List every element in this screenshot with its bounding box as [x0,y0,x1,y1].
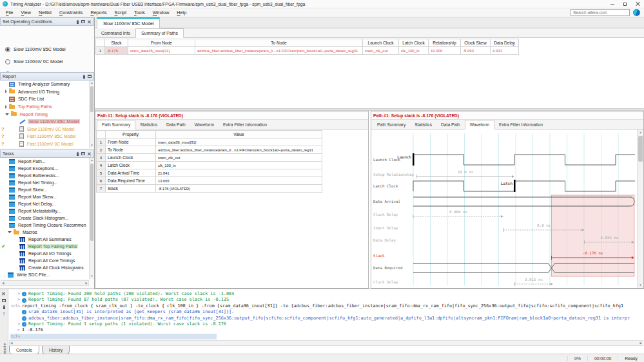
console-prompt[interactable]: tcl> [10,334,217,339]
document-tab[interactable]: Slow 1100mV 85C Model [97,17,160,28]
pin-icon[interactable] [3,305,5,309]
close-panel-icon[interactable] [2,292,6,296]
cell-launch-clock[interactable]: sram_clk_out [363,47,399,55]
radio-button-icon[interactable] [5,59,10,64]
summary-of-paths-table[interactable]: SlackFrom NodeTo NodeLaunch ClockLatch C… [95,39,519,55]
menu-item-script[interactable]: Script [111,8,130,17]
pin-icon[interactable] [77,20,79,24]
cell-data-delay[interactable]: 4.933 [491,47,519,55]
report-item-fast-1100mv-0c-model[interactable]: ?Fast 1100mV 0C Model [0,140,94,148]
radio-button-icon[interactable] [5,47,10,52]
task-write-sdc-file[interactable]: Write SDC File... [0,271,94,278]
column-header-data-delay[interactable]: Data Delay [491,39,519,47]
maximize-icon[interactable] [623,3,627,6]
task-report-top-failing-paths[interactable]: ✓Report Top Failing Paths [0,243,94,250]
column-header-slack[interactable]: Slack [105,39,128,47]
tab-data-path-left[interactable]: Data Path [162,120,190,129]
menu-item-window[interactable]: Window [149,8,173,17]
cell-clock-skew[interactable]: -5.093 [461,47,491,55]
column-header-to-node[interactable]: To Node [195,39,363,47]
column-header-latch-clock[interactable]: Latch Clock [399,39,429,47]
property-row[interactable]: 4Latch Clockclk_100_in [97,162,322,169]
menu-item-file[interactable]: File [2,8,17,17]
menu-item-help[interactable]: Help [173,8,190,17]
tab-waveform-left[interactable]: Waveform [190,120,219,129]
pin-icon[interactable] [77,152,79,156]
menu-item-tools[interactable]: Tools [130,8,149,17]
path-summary-table[interactable]: PropertyValue1From Nodesram_data36_inout… [96,130,322,193]
table-row[interactable]: 1-8.176sram_data36_inout[31]adcbus_fiber… [96,47,519,55]
task-report-bottlenecks[interactable]: Report Bottlenecks... [0,172,94,179]
task-report-all-summaries[interactable]: Report All Summaries [0,236,94,243]
console-output[interactable]: >Report Timing: Found 200 hold paths (20… [10,291,642,339]
tab-extra-fitter-information-right[interactable]: Extra Fitter Information [494,120,547,129]
cell-to-node[interactable]: adcbus_fiber:adcbus_fiber_instance|sram_… [195,47,363,55]
task-report-all-core-timings[interactable]: Report All Core Timings [0,257,94,264]
task-report-max-skew[interactable]: Report Max Skew... [0,193,94,200]
task-create-slack-histogram[interactable]: Create Slack Histogram... [0,214,94,222]
task-report-exceptions[interactable]: Report Exceptions... [0,165,94,172]
float-icon[interactable] [88,75,92,78]
tab-statistics-left[interactable]: Statistics [135,120,162,129]
report-item-report-timing[interactable]: Report Timing [0,110,94,118]
subtab-command-info[interactable]: Command Info [96,28,135,37]
expanded-arrow-icon[interactable] [8,231,12,233]
task-report-net-delay[interactable]: Report Net Delay... [0,200,94,207]
collapsed-arrow-icon[interactable] [5,90,7,93]
property-row[interactable]: 1From Nodesram_data36_inout[31] [97,138,322,146]
task-report-all-i-o-timings[interactable]: Report All I/O Timings [0,250,94,257]
cell-from-node[interactable]: sram_data36_inout[31] [128,47,195,55]
report-item-slow-1100mv-0c-model[interactable]: ?Slow 1100mV 0C Model [0,126,94,133]
property-row[interactable]: 6Data Required Time13.665 [97,177,322,185]
search-input[interactable] [571,9,630,16]
tab-path-summary-right[interactable]: Path Summary [373,120,410,129]
menu-item-reports[interactable]: Reports [86,8,110,17]
task-report-path[interactable]: Report Path... [0,158,94,165]
column-header-relationship[interactable]: Relationship [429,39,461,47]
property-row[interactable]: 5Data Arrival Time21.841 [97,169,322,177]
report-item-fast-1100mv-85c-model[interactable]: ?Fast 1100mV 85C Model [0,133,94,140]
console-hscrollbar[interactable]: ◀▶ [9,340,643,346]
task-macros[interactable]: Macros [0,229,94,236]
property-row[interactable]: 7Slack-8.176 (VIOLATED) [97,185,322,193]
close-panel-icon[interactable] [88,152,92,156]
menu-item-netlist[interactable]: Netlist [35,8,55,17]
task-report-net-timing[interactable]: Report Net Timing... [0,179,94,186]
property-row[interactable]: 3Launch Clocksram_clk_out [97,154,322,162]
report-scrollbar[interactable]: ▲▼ [89,81,94,148]
float-icon[interactable] [81,20,85,23]
radio-slow-1100mv-85c-model[interactable]: Slow 1100mV 85C Model [0,43,94,55]
task-report-skew[interactable]: Report Skew... [0,186,94,193]
minimize-icon[interactable] [610,4,614,5]
tab-data-path-right[interactable]: Data Path [436,120,465,129]
float-icon[interactable] [81,152,85,155]
report-item-top-failing-paths[interactable]: Top Failing Paths [0,103,94,111]
column-header-clock-skew[interactable]: Clock Skew [461,39,491,47]
task-create-all-clock-histograms[interactable]: Create All Clock Histograms [0,264,94,271]
close-panel-icon[interactable] [88,20,92,24]
task-report-timing-closure-recommen[interactable]: Report Timing Closure Recommen [0,222,94,229]
tab-waveform-right[interactable]: Waveform [465,120,494,129]
report-item-advanced-i-o-timing[interactable]: Advanced I/O Timing [0,88,94,96]
report-item-slow-1100mv-85c-model[interactable]: Slow 1100mV 85C Model [0,118,94,126]
menu-item-view[interactable]: View [17,8,35,17]
subtab-summary-of-paths[interactable]: Summary of Paths [135,28,184,38]
tasks-hscrollbar[interactable]: ◀▶ [1,280,89,286]
property-row[interactable]: 2To Nodeadcbus_fiber:adcbus_fiber_instan… [97,146,322,154]
expanded-arrow-icon[interactable] [5,113,9,115]
column-header-launch-clock[interactable]: Launch Clock [363,39,399,47]
altera-logo-icon[interactable] [633,9,640,16]
pin-icon[interactable] [83,75,85,79]
column-header-from-node[interactable]: From Node [128,39,195,47]
collapsed-arrow-icon[interactable] [5,105,7,109]
radio-slow-1100mv-0c-model[interactable]: Slow 1100mV 0C Model [0,55,94,68]
report-item-timing-analyzer-summary[interactable]: Timing Analyzer Summary [0,81,94,88]
cell-latch-clock[interactable]: clk_100_in [399,47,429,55]
task-report-metastability[interactable]: Report Metastability... [0,207,94,214]
menu-item-constraints[interactable]: Constraints [55,8,86,17]
tab-extra-fitter-information-left[interactable]: Extra Fitter Information [219,120,271,129]
help-icon[interactable]: ? [3,312,5,316]
tab-path-summary-left[interactable]: Path Summary [97,120,135,129]
tab-statistics-right[interactable]: Statistics [410,120,436,129]
tasks-scrollbar[interactable]: ▲▼ [89,158,94,279]
